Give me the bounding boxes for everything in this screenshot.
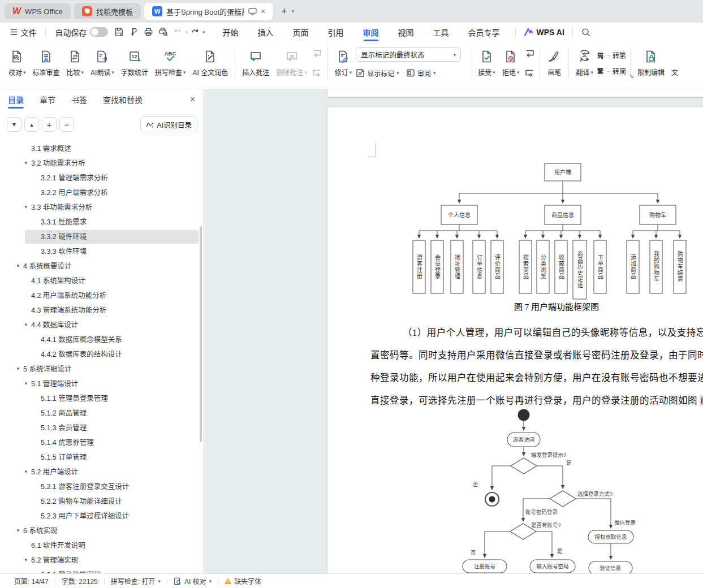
print-preview-icon[interactable] [156,25,170,39]
ai-polish-button[interactable]: AI 全文润色 [190,46,231,82]
show-markup-button[interactable]: 显示标记▾ [356,66,399,80]
save-icon[interactable] [111,25,126,39]
close-tab-icon[interactable]: × [261,7,265,16]
tab-docer-templates[interactable]: 找稻壳模板 [74,3,141,19]
outline-item[interactable]: 3.3.1 性能需求 [0,215,204,230]
collapse-arrow-icon[interactable]: ▼ [16,362,23,377]
outline-item[interactable]: 3.1 需求概述 [0,141,204,156]
standard-review-button[interactable]: 标准审查 [30,46,63,82]
ai-proofread-status[interactable]: AI 校对▾ [167,576,218,586]
tab-wps-office[interactable]: W WPS Office [5,3,71,19]
outline-item[interactable]: 3.3.3 软件环境 [0,244,204,259]
collapse-arrow-icon[interactable]: ▼ [24,318,31,332]
spellcheck-status[interactable]: 拼写检查: 打开▾ [105,576,167,586]
word-count-indicator[interactable]: 字数: 22125 [55,576,104,586]
sidebar-scrollbar[interactable] [200,226,202,442]
word-count-button[interactable]: 12+ 字数统计 [118,46,151,82]
outline-item[interactable]: 5.1.4 优惠券管理 [0,435,204,450]
outline-item[interactable]: ▼6 系统实现 [0,524,204,538]
markup-state-select[interactable]: 显示标记的最终状态 ▾ [356,47,461,62]
menu-page[interactable]: 页面 [283,23,318,41]
restrict-editing-button[interactable]: 限制编辑 [635,46,667,82]
menu-tools[interactable]: 工具 [424,23,459,41]
search-icon[interactable] [579,25,593,39]
outline-item[interactable]: ▼5 系统详细设计 [0,362,204,377]
document-page[interactable]: 用户端 个人信息 商品信息 购物车 游客注册 会员登录 地址管理 订单信息 评价… [327,107,703,573]
outline-item[interactable]: 5.1.3 会员管理 [0,421,204,435]
insert-comment-button[interactable]: 插入批注 [239,46,272,82]
collapse-all-button[interactable]: ▴ [24,117,39,132]
outline-item[interactable]: 4.4.1 数据库概念模型关系 [0,332,204,347]
sidebar-tab-find-replace[interactable]: 查找和替换 [103,89,143,110]
menu-home[interactable]: 开始 [213,23,248,41]
outline-item[interactable]: ▼5.1 管理端设计 [0,377,204,391]
outline-item[interactable]: 5.2.2 购物车功能详细设计 [0,494,204,509]
outline-item[interactable]: 4.4.2 数据库表的结构设计 [0,347,204,362]
sidebar-tab-contents[interactable]: 目录 [8,89,24,110]
undo-icon[interactable] [170,25,185,39]
outline-item[interactable]: ▼3.2 功能需求分析 [0,156,204,171]
to-simplified-button[interactable]: 繁→ 转简 [597,64,626,77]
accept-button[interactable]: 接受▾ [475,46,498,82]
wps-ai-button[interactable]: WPS AI [521,28,567,37]
tab-list-chevron-icon[interactable]: ▾ [292,8,295,14]
collapse-arrow-icon[interactable]: ▼ [16,259,23,274]
ai-recognize-toc-button[interactable]: AI识别目录 [140,116,197,132]
next-change-button[interactable] [523,67,536,80]
print-icon[interactable] [141,25,156,39]
expand-all-button[interactable]: ▾ [7,117,21,132]
collapse-arrow-icon[interactable]: ▼ [24,465,31,479]
menu-review[interactable]: 审阅 [353,23,389,41]
outline-item[interactable]: ▼4.4 数据库设计 [0,318,204,332]
truncated-ribbon-button[interactable]: 文 [669,46,681,82]
menu-reference[interactable]: 引用 [318,23,353,41]
outline-item[interactable]: 5.1.5 订单管理 [0,450,204,465]
redo-chevron-icon[interactable]: ▾ [202,29,205,35]
close-sidebar-icon[interactable]: × [190,94,195,105]
share-screen-icon[interactable] [248,8,257,15]
track-changes-button[interactable]: 修订▾ [332,46,355,82]
redo-icon[interactable] [188,25,202,39]
export-icon[interactable] [126,25,141,39]
reject-button[interactable]: 拒绝▾ [499,46,523,82]
compare-button[interactable]: 比较▾ [64,46,87,82]
outline-item[interactable]: 4.3 管理端系统功能分析 [0,303,204,318]
outline-item[interactable]: ▼4 系统概要设计 [0,259,204,274]
outline-item[interactable]: ▼6.2 管理端实现 [0,553,204,568]
collapse-arrow-icon[interactable]: ▼ [24,377,31,391]
group-expand-icon[interactable] [629,74,634,79]
review-pane-button[interactable]: 审阅▾ [406,66,436,80]
autosave-toggle[interactable]: 自动保存 [51,27,111,38]
collapse-arrow-icon[interactable]: ▼ [24,156,31,171]
collapse-arrow-icon[interactable]: ▼ [24,200,31,215]
outline-item[interactable]: 5.1.1 管理员登录管理 [0,391,204,406]
outline-item[interactable]: 5.1.2 商品管理 [0,406,204,421]
outline-item[interactable]: 6.2.1 登录功能实现 [0,568,204,573]
delete-comment-button[interactable]: 删除批注▾ [273,46,310,82]
collapse-arrow-icon[interactable]: ▼ [16,524,23,538]
spell-check-button[interactable]: ABC 拼写检查▾ [152,46,189,82]
outline-item[interactable]: 4.1 系统架构设计 [0,274,204,288]
outline-item[interactable]: 3.3.2 硬件环境 [0,230,204,244]
translate-button[interactable]: 文A 翻译▾ [573,46,596,82]
outline-item[interactable]: 4.2 用户端系统功能分析 [0,288,204,303]
tab-active-document[interactable]: W 基于Spring Boot的蛋糕甜品 × [144,3,273,20]
menu-view[interactable]: 视图 [389,23,424,41]
outline-item[interactable]: ▼3.3 非功能需求分析 [0,200,204,215]
outline-item[interactable]: 3.2.1 管理端需求分析 [0,171,204,185]
outline-item[interactable]: 6.1 软件开发说明 [0,538,204,553]
menu-member[interactable]: 会员专享 [459,23,510,41]
sidebar-tab-bookmarks[interactable]: 书签 [71,89,87,110]
file-menu[interactable]: ☰ 文件 [7,27,40,38]
proofread-button[interactable]: 校对▾ [6,46,29,82]
menu-insert[interactable]: 插入 [248,23,283,41]
collapse-arrow-icon[interactable]: ▼ [24,553,31,568]
to-traditional-button[interactable]: 简→ 转繁 [597,49,626,62]
zoom-in-outline-button[interactable]: + [42,117,57,132]
missing-font-warning[interactable]: 缺失字体 [218,576,268,586]
next-comment-button[interactable] [311,67,324,80]
previous-comment-button[interactable] [311,47,324,60]
page-indicator[interactable]: 页面: 14/47 [8,576,55,586]
sidebar-tab-chapters[interactable]: 章节 [40,89,55,110]
outline-item[interactable]: ▼5.2 用户端设计 [0,465,204,479]
